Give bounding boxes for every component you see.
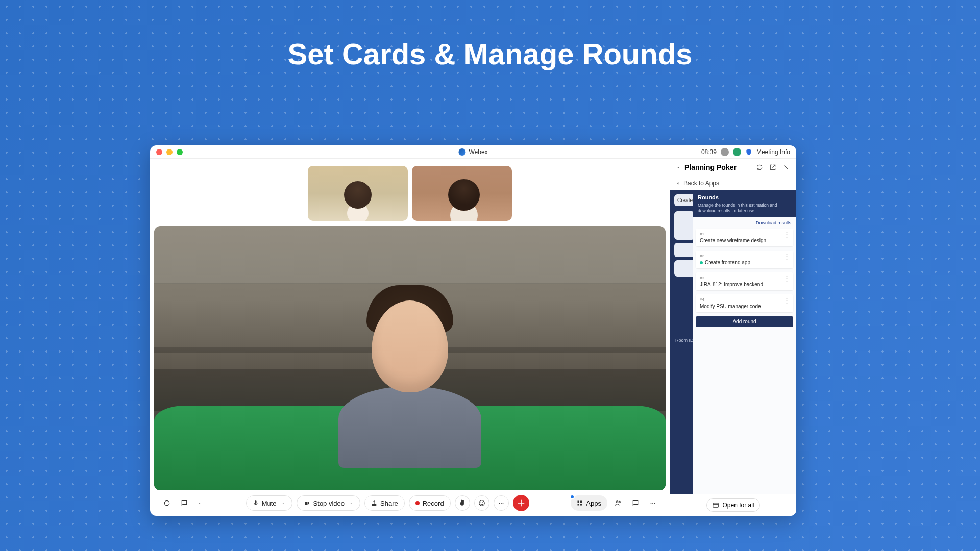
svg-point-13: [651, 503, 652, 504]
round-title: Create new wireframe design: [700, 238, 766, 243]
meeting-info-link[interactable]: Meeting Info: [756, 148, 790, 156]
round-number: #2: [700, 254, 789, 258]
svg-point-4: [499, 503, 500, 504]
participants-button[interactable]: [611, 496, 625, 510]
share-button[interactable]: Share: [364, 495, 405, 511]
chat-icon: [632, 499, 639, 507]
more-horizontal-icon: [649, 499, 656, 507]
close-icon: [783, 164, 789, 170]
side-panel: Planning Poker Back to Apps Create fr Ro…: [670, 159, 796, 516]
round-card[interactable]: #1 Create new wireframe design ⋮: [696, 229, 793, 246]
chevron-down-icon: [349, 500, 354, 506]
chevron-down-icon: [197, 500, 202, 506]
reactions-button[interactable]: [474, 495, 489, 511]
microphone-icon: [253, 500, 259, 506]
round-menu-button[interactable]: ⋮: [783, 253, 790, 260]
round-card[interactable]: #2 Create frontend app ⋮: [696, 251, 793, 268]
side-panel-body: Create fr Room ID: 4 Rounds Manage the r…: [670, 190, 796, 494]
window-titlebar: Webex 08:39 Meeting Info: [150, 145, 796, 159]
chevron-down-icon: [281, 500, 286, 506]
svg-point-12: [619, 501, 620, 503]
open-for-all-label: Open for all: [722, 502, 754, 509]
stop-video-button[interactable]: Stop video: [297, 495, 360, 511]
refresh-button[interactable]: [754, 162, 765, 172]
rounds-modal-header: Rounds Manage the rounds in this estimat…: [693, 190, 796, 217]
stop-video-label: Stop video: [313, 499, 345, 507]
open-for-all-button[interactable]: Open for all: [706, 498, 760, 512]
svg-point-1: [479, 500, 484, 506]
participant-thumbnail-1[interactable]: [308, 166, 408, 221]
round-menu-button[interactable]: ⋮: [783, 231, 790, 238]
round-menu-button[interactable]: ⋮: [783, 274, 790, 282]
shield-icon: [745, 148, 752, 156]
apps-button[interactable]: Apps: [571, 495, 607, 511]
svg-point-3: [482, 502, 483, 503]
popout-button[interactable]: [768, 162, 778, 172]
rounds-list: #1 Create new wireframe design ⋮ #2 Crea…: [693, 229, 796, 312]
hero-title: Set Cards & Manage Rounds: [0, 37, 980, 71]
status-avatar-1[interactable]: [721, 148, 729, 156]
svg-point-2: [480, 502, 481, 503]
record-button[interactable]: Record: [409, 495, 451, 511]
record-label: Record: [423, 499, 444, 507]
round-title: JIRA-812: Improve backend: [700, 282, 763, 287]
rounds-title: Rounds: [698, 194, 791, 201]
close-window-button[interactable]: [156, 149, 162, 155]
share-label: Share: [380, 499, 398, 507]
svg-rect-7: [578, 501, 580, 503]
window-icon: [712, 502, 719, 509]
svg-point-5: [501, 503, 502, 504]
webex-logo-icon: [458, 148, 465, 156]
panel-more-button[interactable]: [646, 496, 659, 510]
side-panel-footer: Open for all: [670, 494, 796, 516]
close-icon: [515, 497, 527, 509]
round-menu-button[interactable]: ⋮: [783, 296, 790, 304]
add-round-button[interactable]: Add round: [696, 316, 793, 327]
chevron-left-icon: [675, 181, 680, 186]
round-title: Create frontend app: [705, 260, 750, 265]
side-panel-header: Planning Poker: [670, 159, 796, 176]
close-panel-button[interactable]: [781, 162, 791, 172]
people-icon: [615, 499, 622, 507]
main-speaker-video[interactable]: [154, 226, 666, 490]
meeting-area: Mute Stop video Share Record: [150, 159, 670, 516]
mute-button[interactable]: Mute: [246, 495, 292, 511]
side-panel-title: Planning Poker: [684, 163, 751, 171]
status-avatar-2[interactable]: [733, 148, 741, 156]
raise-hand-button[interactable]: [455, 495, 470, 511]
svg-point-15: [654, 503, 655, 504]
app-name-label: Webex: [469, 148, 487, 156]
round-title: Modify PSU manager code: [700, 304, 761, 309]
back-to-apps-label: Back to Apps: [683, 180, 719, 187]
svg-point-0: [164, 500, 169, 505]
back-to-apps-link[interactable]: Back to Apps: [670, 176, 796, 190]
maximize-window-button[interactable]: [177, 149, 183, 155]
svg-point-14: [652, 503, 653, 504]
underlay-votes-card: [674, 211, 695, 240]
share-icon: [371, 500, 377, 506]
chevron-down-icon[interactable]: [675, 164, 681, 170]
round-card[interactable]: #4 Modify PSU manager code ⋮: [696, 294, 793, 312]
download-results-link[interactable]: Download results: [693, 217, 796, 229]
rounds-modal: Rounds Manage the rounds in this estimat…: [693, 190, 796, 494]
round-number: #4: [700, 297, 789, 302]
participant-thumbnail-2[interactable]: [412, 166, 512, 221]
chat-panel-button[interactable]: [629, 496, 642, 510]
clock-time: 08:39: [701, 148, 717, 156]
emoji-icon: [478, 499, 485, 507]
more-options-button[interactable]: [494, 495, 509, 511]
chat-toggle[interactable]: [178, 496, 191, 510]
meeting-controls-bar: Mute Stop video Share Record: [154, 490, 666, 516]
minimize-window-button[interactable]: [166, 149, 173, 155]
mute-label: Mute: [262, 499, 277, 507]
self-view-toggle[interactable]: [160, 496, 174, 510]
round-number: #1: [700, 232, 789, 236]
traffic-lights: [156, 149, 183, 155]
chat-dropdown[interactable]: [195, 496, 204, 510]
more-horizontal-icon: [498, 499, 505, 507]
notification-dot: [570, 494, 575, 499]
end-call-button[interactable]: [513, 495, 529, 511]
underlay-pending-card: [674, 243, 695, 257]
svg-rect-16: [713, 503, 719, 507]
round-card[interactable]: #3 JIRA-812: Improve backend ⋮: [696, 272, 793, 290]
